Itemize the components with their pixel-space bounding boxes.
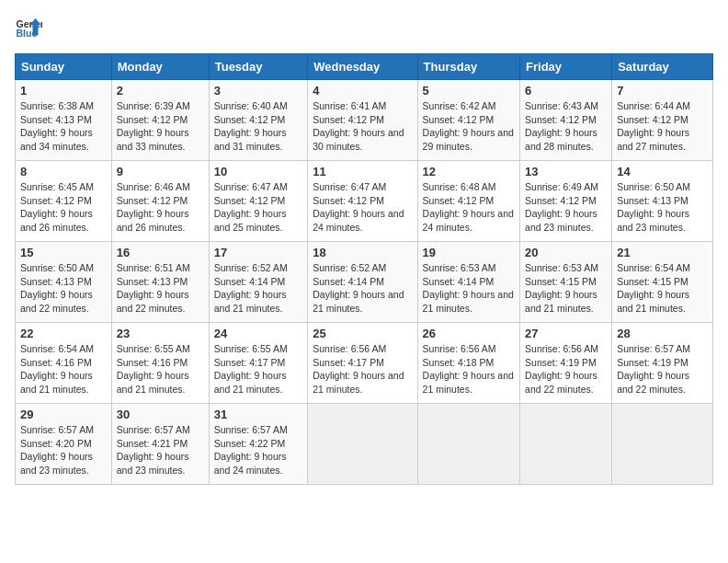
day-number: 16	[117, 246, 204, 259]
day-info: Sunrise: 6:38 AM Sunset: 4:13 PM Dayligh…	[20, 100, 94, 152]
day-number: 10	[214, 165, 303, 178]
day-info: Sunrise: 6:39 AM Sunset: 4:12 PM Dayligh…	[117, 100, 190, 152]
calendar-cell: 17 Sunrise: 6:52 AM Sunset: 4:14 PM Dayl…	[209, 242, 308, 323]
day-number: 31	[214, 408, 303, 421]
day-info: Sunrise: 6:50 AM Sunset: 4:13 PM Dayligh…	[617, 181, 690, 233]
day-number: 26	[423, 327, 515, 340]
logo-icon: General Blue	[15, 15, 42, 42]
calendar-cell: 15 Sunrise: 6:50 AM Sunset: 4:13 PM Dayl…	[16, 242, 112, 323]
logo: General Blue	[15, 15, 42, 42]
weekday-header-wednesday: Wednesday	[308, 54, 417, 80]
week-row-2: 8 Sunrise: 6:45 AM Sunset: 4:12 PM Dayli…	[16, 161, 713, 242]
day-number: 18	[313, 246, 412, 259]
day-info: Sunrise: 6:46 AM Sunset: 4:12 PM Dayligh…	[117, 181, 190, 233]
day-number: 3	[214, 84, 303, 98]
day-number: 7	[617, 84, 708, 98]
day-number: 1	[20, 84, 107, 98]
calendar-cell: 3 Sunrise: 6:40 AM Sunset: 4:12 PM Dayli…	[209, 80, 308, 161]
calendar-cell: 13 Sunrise: 6:49 AM Sunset: 4:12 PM Dayl…	[520, 161, 612, 242]
day-info: Sunrise: 6:43 AM Sunset: 4:12 PM Dayligh…	[525, 100, 598, 152]
day-info: Sunrise: 6:52 AM Sunset: 4:14 PM Dayligh…	[313, 262, 404, 314]
day-info: Sunrise: 6:41 AM Sunset: 4:12 PM Dayligh…	[313, 100, 404, 152]
weekday-header-sunday: Sunday	[16, 54, 112, 80]
day-info: Sunrise: 6:42 AM Sunset: 4:12 PM Dayligh…	[423, 100, 514, 152]
day-number: 5	[423, 84, 515, 98]
week-row-1: 1 Sunrise: 6:38 AM Sunset: 4:13 PM Dayli…	[16, 80, 713, 161]
calendar-cell: 11 Sunrise: 6:47 AM Sunset: 4:12 PM Dayl…	[308, 161, 417, 242]
day-number: 2	[117, 84, 204, 98]
calendar-table: SundayMondayTuesdayWednesdayThursdayFrid…	[15, 53, 713, 485]
calendar-cell: 10 Sunrise: 6:47 AM Sunset: 4:12 PM Dayl…	[209, 161, 308, 242]
calendar-cell	[612, 404, 713, 485]
day-number: 6	[525, 84, 607, 98]
calendar-cell: 25 Sunrise: 6:56 AM Sunset: 4:17 PM Dayl…	[308, 323, 417, 404]
day-info: Sunrise: 6:57 AM Sunset: 4:20 PM Dayligh…	[20, 424, 94, 476]
calendar-cell: 5 Sunrise: 6:42 AM Sunset: 4:12 PM Dayli…	[417, 80, 519, 161]
day-number: 24	[214, 327, 303, 340]
day-number: 11	[313, 165, 412, 178]
day-number: 28	[617, 327, 708, 340]
day-info: Sunrise: 6:55 AM Sunset: 4:16 PM Dayligh…	[117, 343, 190, 395]
weekday-header-saturday: Saturday	[612, 54, 713, 80]
calendar-cell: 6 Sunrise: 6:43 AM Sunset: 4:12 PM Dayli…	[520, 80, 612, 161]
calendar-cell: 16 Sunrise: 6:51 AM Sunset: 4:13 PM Dayl…	[111, 242, 209, 323]
day-info: Sunrise: 6:48 AM Sunset: 4:12 PM Dayligh…	[423, 181, 514, 233]
day-info: Sunrise: 6:57 AM Sunset: 4:19 PM Dayligh…	[617, 343, 690, 395]
day-info: Sunrise: 6:57 AM Sunset: 4:21 PM Dayligh…	[117, 424, 190, 476]
week-row-3: 15 Sunrise: 6:50 AM Sunset: 4:13 PM Dayl…	[16, 242, 713, 323]
day-info: Sunrise: 6:54 AM Sunset: 4:16 PM Dayligh…	[20, 343, 94, 395]
day-number: 21	[617, 246, 708, 259]
day-number: 12	[423, 165, 515, 178]
calendar-cell: 18 Sunrise: 6:52 AM Sunset: 4:14 PM Dayl…	[308, 242, 417, 323]
calendar-cell: 30 Sunrise: 6:57 AM Sunset: 4:21 PM Dayl…	[111, 404, 209, 485]
day-info: Sunrise: 6:40 AM Sunset: 4:12 PM Dayligh…	[214, 100, 288, 152]
day-info: Sunrise: 6:56 AM Sunset: 4:19 PM Dayligh…	[525, 343, 598, 395]
day-info: Sunrise: 6:55 AM Sunset: 4:17 PM Dayligh…	[214, 343, 288, 395]
day-info: Sunrise: 6:57 AM Sunset: 4:22 PM Dayligh…	[214, 424, 288, 476]
day-number: 13	[525, 165, 607, 178]
page-header: General Blue	[15, 15, 713, 42]
calendar-cell: 8 Sunrise: 6:45 AM Sunset: 4:12 PM Dayli…	[16, 161, 112, 242]
calendar-cell: 21 Sunrise: 6:54 AM Sunset: 4:15 PM Dayl…	[612, 242, 713, 323]
calendar-cell: 28 Sunrise: 6:57 AM Sunset: 4:19 PM Dayl…	[612, 323, 713, 404]
calendar-cell: 24 Sunrise: 6:55 AM Sunset: 4:17 PM Dayl…	[209, 323, 308, 404]
day-number: 15	[20, 246, 107, 259]
weekday-header-monday: Monday	[111, 54, 209, 80]
day-number: 30	[117, 408, 204, 421]
calendar-cell: 26 Sunrise: 6:56 AM Sunset: 4:18 PM Dayl…	[417, 323, 519, 404]
day-info: Sunrise: 6:56 AM Sunset: 4:18 PM Dayligh…	[423, 343, 514, 395]
calendar-cell: 29 Sunrise: 6:57 AM Sunset: 4:20 PM Dayl…	[16, 404, 112, 485]
day-info: Sunrise: 6:47 AM Sunset: 4:12 PM Dayligh…	[214, 181, 288, 233]
day-info: Sunrise: 6:47 AM Sunset: 4:12 PM Dayligh…	[313, 181, 404, 233]
weekday-header-tuesday: Tuesday	[209, 54, 308, 80]
day-number: 25	[313, 327, 412, 340]
day-number: 19	[423, 246, 515, 259]
calendar-cell: 27 Sunrise: 6:56 AM Sunset: 4:19 PM Dayl…	[520, 323, 612, 404]
day-number: 17	[214, 246, 303, 259]
day-info: Sunrise: 6:50 AM Sunset: 4:13 PM Dayligh…	[20, 262, 94, 314]
calendar-cell: 9 Sunrise: 6:46 AM Sunset: 4:12 PM Dayli…	[111, 161, 209, 242]
calendar-cell: 22 Sunrise: 6:54 AM Sunset: 4:16 PM Dayl…	[16, 323, 112, 404]
calendar-cell: 19 Sunrise: 6:53 AM Sunset: 4:14 PM Dayl…	[417, 242, 519, 323]
day-number: 22	[20, 327, 107, 340]
day-number: 29	[20, 408, 107, 421]
day-info: Sunrise: 6:44 AM Sunset: 4:12 PM Dayligh…	[617, 100, 690, 152]
day-info: Sunrise: 6:52 AM Sunset: 4:14 PM Dayligh…	[214, 262, 288, 314]
calendar-cell: 31 Sunrise: 6:57 AM Sunset: 4:22 PM Dayl…	[209, 404, 308, 485]
calendar-cell: 1 Sunrise: 6:38 AM Sunset: 4:13 PM Dayli…	[16, 80, 112, 161]
day-info: Sunrise: 6:53 AM Sunset: 4:15 PM Dayligh…	[525, 262, 598, 314]
day-info: Sunrise: 6:49 AM Sunset: 4:12 PM Dayligh…	[525, 181, 598, 233]
weekday-header-friday: Friday	[520, 54, 612, 80]
day-number: 23	[117, 327, 204, 340]
calendar-cell: 20 Sunrise: 6:53 AM Sunset: 4:15 PM Dayl…	[520, 242, 612, 323]
day-number: 9	[117, 165, 204, 178]
day-number: 8	[20, 165, 107, 178]
day-number: 4	[313, 84, 412, 98]
calendar-cell	[520, 404, 612, 485]
calendar-cell: 12 Sunrise: 6:48 AM Sunset: 4:12 PM Dayl…	[417, 161, 519, 242]
calendar-cell	[308, 404, 417, 485]
day-info: Sunrise: 6:54 AM Sunset: 4:15 PM Dayligh…	[617, 262, 690, 314]
calendar-cell: 4 Sunrise: 6:41 AM Sunset: 4:12 PM Dayli…	[308, 80, 417, 161]
calendar-cell: 23 Sunrise: 6:55 AM Sunset: 4:16 PM Dayl…	[111, 323, 209, 404]
day-info: Sunrise: 6:51 AM Sunset: 4:13 PM Dayligh…	[117, 262, 190, 314]
